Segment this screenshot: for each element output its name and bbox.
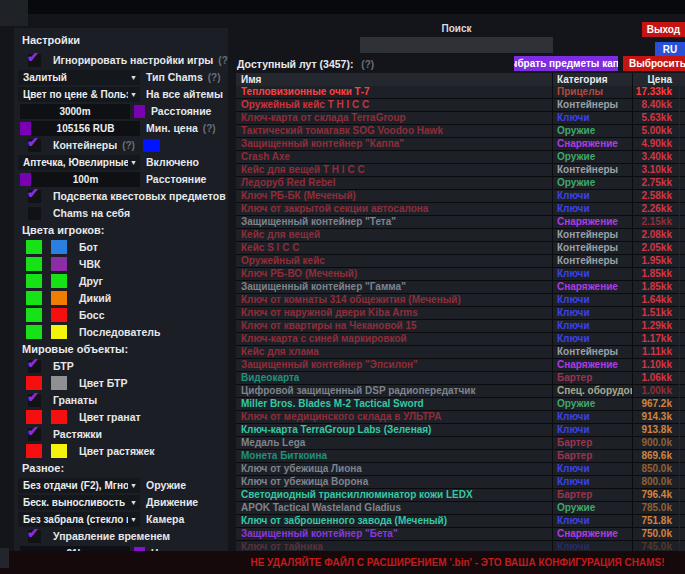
loot-row[interactable]: Монета БиткоинаБартер869.6k <box>236 450 685 463</box>
color-swatch-primary[interactable] <box>26 308 42 322</box>
checkbox-растяжки[interactable]: ✔ <box>28 428 41 441</box>
checkbox-подсветка-квестовых-предметов[interactable]: ✔ <box>28 190 41 203</box>
color-swatch[interactable] <box>143 139 160 152</box>
loot-row[interactable]: Тактический томагавк SOG Voodoo HawkОруж… <box>236 125 685 138</box>
loot-row[interactable]: Ключ от убежища ЛионаКлючи850.0k <box>236 463 685 476</box>
color-swatch-primary[interactable] <box>26 240 42 254</box>
color-swatch-secondary[interactable] <box>51 257 67 271</box>
loot-row[interactable]: APOK Tactical Wasteland GladiusОружие785… <box>236 502 685 515</box>
exit-button[interactable]: Выход <box>642 22 685 37</box>
loot-row[interactable]: Ключ-карта TerraGroup Labs (Зеленая)Ключ… <box>236 424 685 437</box>
loot-row[interactable]: Ключ от убежища ВоронаКлючи800.0k <box>236 476 685 489</box>
loot-item-price: 751.8k <box>632 515 685 527</box>
select-оружие[interactable]: Без отдачи (F2), Мгновенное п▼ <box>18 478 140 493</box>
select-на-все-айтемы[interactable]: Цвет по цене & Пользователь▼ <box>18 87 140 102</box>
loot-row[interactable]: Оружейный кейсКонтейнеры1.95kk <box>236 255 685 268</box>
loot-item-category: Контейнеры <box>552 242 632 254</box>
settings-row: ✔БТР <box>18 358 224 374</box>
select-тип-chams[interactable]: Залитый▼ <box>18 70 140 85</box>
section-header-разное: Разное: <box>22 461 224 476</box>
color-swatch-primary[interactable] <box>26 444 42 458</box>
loot-row[interactable]: Защищенный контейнер "Тета"Снаряжение2.1… <box>236 216 685 229</box>
loot-row[interactable]: ВидеокартаБартер1.06kk <box>236 372 685 385</box>
checkbox-контейнеры[interactable]: ✔ <box>28 139 41 152</box>
color-swatch-primary[interactable] <box>26 274 42 288</box>
loot-row[interactable]: Кейс для хламаКонтейнеры1.11kk <box>236 346 685 359</box>
checkbox-управление-временем[interactable]: ✔ <box>28 530 41 543</box>
loot-row[interactable]: Кейс для вещейКонтейнеры2.08kk <box>236 229 685 242</box>
help-marker: (?) <box>122 140 135 151</box>
value-input-расстояние[interactable]: 3000m <box>20 104 130 119</box>
loot-row[interactable]: Ключ-карта от склада TerraGroupКлючи5.63… <box>236 112 685 125</box>
color-swatch-secondary[interactable] <box>51 308 67 322</box>
loot-row[interactable]: Оружейный кейс T H I C CКонтейнеры8.40kk <box>236 99 685 112</box>
settings-row: Цвет БТР <box>18 375 224 391</box>
help-marker: (?) <box>203 123 216 134</box>
settings-row: Chams на себя <box>18 205 224 221</box>
value-input-мин-цена[interactable]: 105156 RUB <box>31 121 140 136</box>
color-pair-label: Босс <box>79 309 105 321</box>
loot-row[interactable]: Защищенный контейнер "Эпсилон"Снаряжение… <box>236 359 685 372</box>
checkbox-label: Подсветка квестовых предметов <box>53 190 226 202</box>
color-swatch[interactable] <box>20 122 31 135</box>
checkbox-label: Игнорировать настройки игры <box>53 54 213 66</box>
select-движение[interactable]: Беск. выносливость и нет уста▼ <box>18 495 140 510</box>
color-swatch-secondary[interactable] <box>51 325 67 339</box>
color-swatch[interactable] <box>20 173 31 186</box>
loot-row[interactable]: Ключ от квартиры на Чекановой 15Ключи1.2… <box>236 320 685 333</box>
loot-row[interactable]: Ключ от комнаты 314 общежития (Меченый)К… <box>236 294 685 307</box>
loot-row[interactable]: Тепловизионные очки Т-7Прицелы17.33kk <box>236 86 685 99</box>
loot-item-category: Контейнеры <box>552 229 632 241</box>
color-swatch-primary[interactable] <box>26 257 42 271</box>
select-kappa-items-button[interactable]: Выбрать предметы каппа <box>514 56 618 71</box>
color-swatch-primary[interactable] <box>26 410 42 424</box>
footer-warning-text: НЕ УДАЛЯЙТЕ ФАЙЛ С РАСШИРЕНИЕМ '.bin' - … <box>230 557 685 568</box>
loot-item-price: 785.0k <box>632 502 685 514</box>
color-swatch-secondary[interactable] <box>51 291 67 305</box>
scrollbar-track[interactable] <box>679 85 680 551</box>
loot-row[interactable]: Crash AxeОружие3.40kk <box>236 151 685 164</box>
loot-row[interactable]: Медаль LegaБартер900.0k <box>236 437 685 450</box>
color-swatch-primary[interactable] <box>26 376 42 390</box>
loot-row[interactable]: Светодиодный трансиллюминатор кожи LEDXБ… <box>236 489 685 502</box>
checkbox-бтр[interactable]: ✔ <box>28 360 41 373</box>
color-swatch[interactable] <box>134 105 145 118</box>
color-swatch-primary[interactable] <box>26 291 42 305</box>
loot-item-category: Снаряжение <box>552 216 632 228</box>
loot-item-name: Miller Bros. Blades M-2 Tactical Sword <box>236 398 552 409</box>
loot-row[interactable]: Защищенный контейнер "Каппа"Снаряжение4.… <box>236 138 685 151</box>
loot-row[interactable]: Miller Bros. Blades M-2 Tactical SwordОр… <box>236 398 685 411</box>
loot-row[interactable]: Защищенный контейнер "Бета"Снаряжение750… <box>236 528 685 541</box>
loot-row[interactable]: Ключ РБ-БК (Меченый)Ключи2.58kk <box>236 190 685 203</box>
color-swatch-secondary[interactable] <box>51 444 67 458</box>
checkbox-игнорировать-настройки-игры[interactable]: ✔ <box>28 54 41 67</box>
loot-row[interactable]: Ключ-карта с синей маркировкойКлючи1.17k… <box>236 333 685 346</box>
color-swatch-secondary[interactable] <box>51 240 67 254</box>
drop-all-button[interactable]: Выбросить все <box>623 56 685 71</box>
select-включено[interactable]: Аптечка, Ювелирные и...▼ <box>18 155 140 170</box>
loot-row[interactable]: Ключ от закрытой секции автосалонаКлючи2… <box>236 203 685 216</box>
value-input-расстояние[interactable]: 100m <box>31 172 140 187</box>
loot-row[interactable]: Ключ от заброшенного завода (Меченый)Клю… <box>236 515 685 528</box>
checkbox-chams-на-себя[interactable] <box>28 207 41 220</box>
loot-item-price: 2.75kk <box>632 177 685 189</box>
color-swatch-primary[interactable] <box>26 325 42 339</box>
loot-item-name: Тактический томагавк SOG Voodoo Hawk <box>236 125 552 136</box>
color-swatch-secondary[interactable] <box>51 376 67 390</box>
color-swatch-secondary[interactable] <box>51 410 67 424</box>
loot-row[interactable]: Защищенный контейнер "Гамма"Снаряжение1.… <box>236 281 685 294</box>
loot-row[interactable]: Ледоруб Red RebelОружие2.75kk <box>236 177 685 190</box>
language-button[interactable]: RU <box>655 42 685 57</box>
loot-row[interactable]: Кейс для вещей T H I C CКонтейнеры3.10kk <box>236 164 685 177</box>
loot-row[interactable]: Цифровой защищенный DSP радиопередатчикС… <box>236 385 685 398</box>
search-input[interactable] <box>360 37 553 53</box>
checkbox-гранаты[interactable]: ✔ <box>28 394 41 407</box>
loot-item-price: 17.33kk <box>632 86 685 98</box>
loot-row[interactable]: Ключ РБ-ВО (Меченый)Ключи1.85kk <box>236 268 685 281</box>
loot-row[interactable]: Кейс S I C CКонтейнеры2.05kk <box>236 242 685 255</box>
loot-row[interactable]: Ключ от медицинского склада в УЛЬТРАКлюч… <box>236 411 685 424</box>
loot-item-name: Ключ РБ-ВО (Меченый) <box>236 268 552 279</box>
loot-item-name: Ключ-карта от склада TerraGroup <box>236 112 552 123</box>
color-swatch-secondary[interactable] <box>51 274 67 288</box>
loot-row[interactable]: Ключ от наружной двери Kiba ArmsКлючи1.5… <box>236 307 685 320</box>
